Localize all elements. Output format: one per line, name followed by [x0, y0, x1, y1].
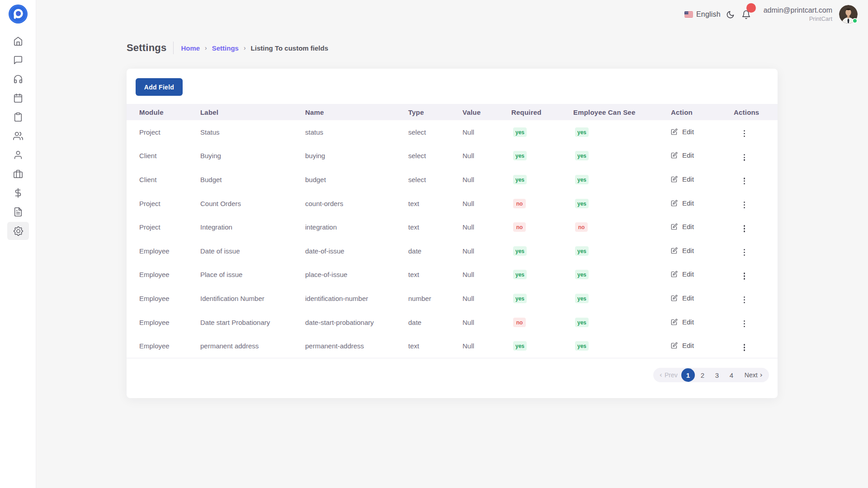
cell-module: Client — [127, 168, 200, 192]
cell-required: yes — [511, 144, 573, 168]
required-badge: yes — [513, 175, 527, 184]
cell-name: budget — [305, 168, 408, 192]
row-actions-menu-button[interactable] — [739, 176, 750, 186]
add-field-button[interactable]: Add Field — [136, 78, 183, 96]
cell-label: Date start Probationary — [200, 310, 305, 334]
sidebar-item-chat[interactable] — [7, 51, 29, 69]
cell-value: Null — [462, 263, 511, 287]
sidebar — [0, 0, 36, 488]
sidebar-item-settings[interactable] — [7, 222, 29, 240]
page-head: Settings Home › Settings › Listing To cu… — [127, 39, 328, 57]
calendar-icon — [13, 93, 23, 103]
cell-name: permanent-address — [305, 334, 408, 358]
pagination-next[interactable]: Next› — [745, 371, 763, 379]
cell-value: Null — [462, 239, 511, 263]
edit-button[interactable]: Edit — [671, 342, 694, 349]
edit-icon — [671, 271, 678, 277]
table-row: Client Buying buying select Null yes yes… — [127, 144, 778, 168]
edit-button[interactable]: Edit — [671, 199, 694, 207]
pagination-page-2[interactable]: 2 — [696, 368, 709, 382]
row-actions-menu-button[interactable] — [739, 295, 750, 305]
cell-name: status — [305, 120, 408, 144]
custom-fields-table: Module Label Name Type Value Required Em… — [127, 104, 778, 358]
cell-employee-can-see: yes — [573, 239, 671, 263]
sidebar-item-tasks[interactable] — [7, 108, 29, 126]
breadcrumb-settings[interactable]: Settings — [212, 44, 239, 52]
edit-icon — [671, 200, 678, 206]
row-actions-menu-button[interactable] — [739, 128, 750, 139]
sidebar-item-teams[interactable] — [7, 127, 29, 145]
cell-action: Edit — [671, 286, 734, 310]
headset-icon — [13, 74, 23, 84]
cell-label: Count Orders — [200, 192, 305, 216]
edit-button[interactable]: Edit — [671, 247, 694, 254]
column-header-name: Name — [305, 104, 408, 120]
edit-button[interactable]: Edit — [671, 128, 694, 136]
sidebar-item-documents[interactable] — [7, 203, 29, 221]
employee-can-see-badge: yes — [575, 341, 589, 351]
row-actions-menu-button[interactable] — [739, 152, 750, 163]
required-badge: yes — [513, 151, 527, 160]
cell-module: Employee — [127, 286, 200, 310]
topbar: English admin@printcart.com PrintCart — [36, 0, 868, 29]
cell-label: Status — [200, 120, 305, 144]
edit-button[interactable]: Edit — [671, 175, 694, 183]
settings-icon — [14, 226, 23, 236]
sidebar-item-employees[interactable] — [7, 146, 29, 164]
pagination: ‹Prev 1234 Next› — [653, 368, 769, 382]
edit-button[interactable]: Edit — [671, 151, 694, 159]
breadcrumb-home[interactable]: Home — [181, 44, 200, 52]
custom-fields-card: Add Field Module Label Name Type Value R… — [127, 69, 778, 398]
printcart-logo[interactable] — [8, 4, 28, 24]
cell-actions — [734, 310, 778, 334]
cell-action: Edit — [671, 120, 734, 144]
cell-name: integration — [305, 215, 408, 239]
row-actions-menu-button[interactable] — [739, 342, 750, 352]
language-label: English — [696, 10, 721, 19]
column-header-employee-can-see: Employee Can See — [573, 104, 671, 120]
chat-icon — [13, 55, 23, 65]
cell-employee-can-see: no — [573, 215, 671, 239]
sidebar-item-payroll[interactable] — [7, 184, 29, 202]
cell-employee-can-see: yes — [573, 120, 671, 144]
cell-action: Edit — [671, 215, 734, 239]
employee-can-see-badge: yes — [575, 151, 589, 160]
edit-button[interactable]: Edit — [671, 223, 694, 230]
table-row: Employee Date of issue date-of-issue dat… — [127, 239, 778, 263]
avatar[interactable] — [839, 5, 858, 23]
cell-type: text — [408, 215, 462, 239]
cell-label: Integration — [200, 215, 305, 239]
row-actions-menu-button[interactable] — [739, 223, 750, 234]
edit-button[interactable]: Edit — [671, 318, 694, 326]
edit-button[interactable]: Edit — [671, 270, 694, 278]
pagination-page-1[interactable]: 1 — [681, 368, 695, 382]
cell-action: Edit — [671, 239, 734, 263]
online-status-dot — [852, 18, 858, 23]
cell-required: yes — [511, 286, 573, 310]
cell-action: Edit — [671, 168, 734, 192]
sidebar-item-home[interactable] — [7, 32, 29, 50]
row-actions-menu-button[interactable] — [739, 319, 750, 329]
row-actions-menu-button[interactable] — [739, 247, 750, 258]
user-menu[interactable]: admin@printcart.com PrintCart — [764, 6, 832, 23]
briefcase-icon — [13, 169, 23, 179]
cell-required: no — [511, 192, 573, 216]
row-actions-menu-button[interactable] — [739, 271, 750, 281]
sidebar-item-support[interactable] — [7, 70, 29, 88]
pagination-prev[interactable]: ‹Prev — [660, 371, 678, 379]
edit-button[interactable]: Edit — [671, 294, 694, 302]
sidebar-item-projects[interactable] — [7, 165, 29, 183]
cell-value: Null — [462, 310, 511, 334]
pagination-page-3[interactable]: 3 — [710, 368, 724, 382]
cell-name: identification-number — [305, 286, 408, 310]
cell-value: Null — [462, 334, 511, 358]
row-actions-menu-button[interactable] — [739, 200, 750, 210]
table-row: Employee Identification Number identific… — [127, 286, 778, 310]
cell-actions — [734, 192, 778, 216]
required-badge: no — [513, 222, 526, 232]
page-title: Settings — [127, 42, 166, 54]
dark-mode-toggle[interactable] — [726, 0, 735, 29]
language-switcher[interactable]: English — [684, 0, 721, 29]
sidebar-item-calendar[interactable] — [7, 89, 29, 107]
pagination-page-4[interactable]: 4 — [725, 368, 738, 382]
